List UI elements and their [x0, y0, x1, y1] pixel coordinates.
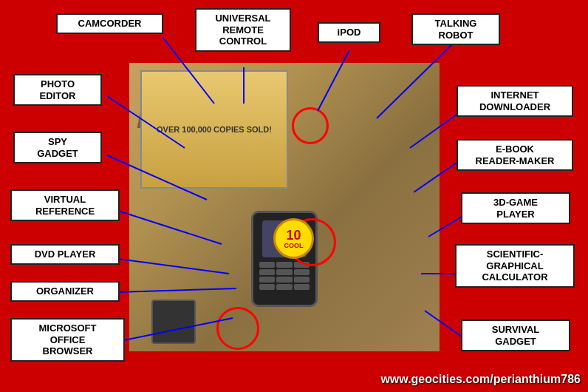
label-ebook-reader: E-BOOKREADER-MAKER	[457, 139, 573, 171]
label-virtual-reference: VIRTUALREFERENCE	[10, 189, 120, 221]
red-circle-1	[292, 107, 329, 144]
badge-number: 10	[286, 229, 301, 242]
website-url: www.geocities.com/perianthium786	[380, 373, 581, 386]
badge-10cool: 10 COOL	[273, 218, 314, 259]
label-organizer: ORGANIZER	[10, 281, 120, 302]
label-3d-game-player: 3D-GAMEPLAYER	[461, 192, 570, 224]
label-dvd-player: DVD PLAYER	[10, 244, 120, 265]
label-microsoft-office-browser: MICROSOFTOFFICEBROWSER	[10, 318, 125, 362]
label-spy-gadget: SPYGADGET	[13, 132, 102, 163]
label-ipod: iPOD	[318, 22, 380, 43]
label-photo-editor: PHOTOEDITOR	[13, 74, 102, 106]
label-survival-gadget: SURVIVALGADGET	[461, 320, 570, 351]
badge-cool: COOL	[284, 242, 304, 249]
label-scientific-calculator: SCIENTIFIC-GRAPHICALCALCULATOR	[455, 244, 575, 288]
label-talking-robot: TALKINGROBOT	[411, 13, 500, 45]
label-camcorder: CAMCORDER	[56, 13, 163, 34]
label-internet-downloader: INTERNETDOWNLOADER	[457, 85, 573, 117]
label-universal-remote: UNIVERSALREMOTECONTROL	[195, 8, 291, 52]
center-image: ROBOT OVER 100,000 COPIES SOLD! 10 COOL	[129, 63, 440, 351]
red-circle-3	[216, 307, 259, 350]
